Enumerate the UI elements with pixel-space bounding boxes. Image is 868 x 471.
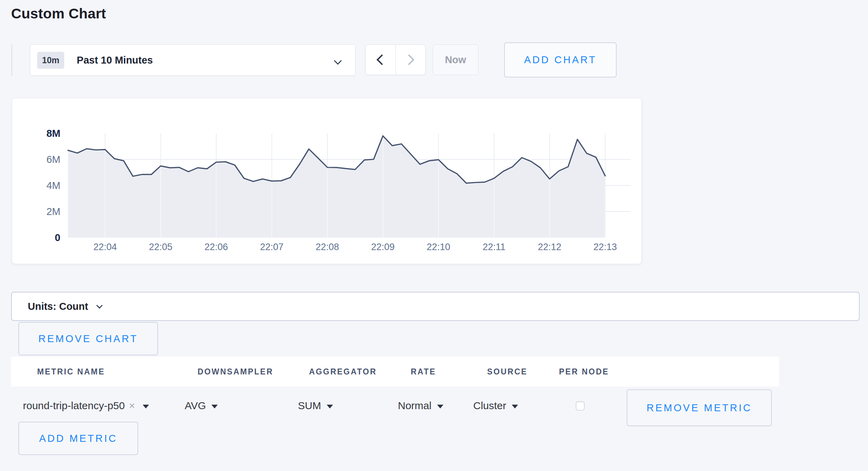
chart-card: 02M4M6M8M22:0422:0522:0622:0722:0822:092…	[12, 98, 642, 264]
time-nav-group	[365, 44, 426, 75]
metrics-table-header: METRIC NAME DOWNSAMPLER AGGREGATOR RATE …	[11, 357, 779, 387]
metric-name-value: round-trip-latency-p50	[23, 400, 125, 412]
chevron-down-icon	[334, 57, 342, 65]
svg-text:22:08: 22:08	[316, 242, 339, 252]
units-label: Units: Count	[28, 301, 88, 312]
rate-value: Normal	[398, 400, 432, 412]
dropdown-arrow-icon	[211, 405, 218, 408]
svg-text:22:10: 22:10	[427, 242, 450, 252]
aggregator-value: SUM	[298, 400, 321, 412]
source-value: Cluster	[473, 400, 506, 412]
metric-name-select[interactable]: round-trip-latency-p50 ×	[23, 387, 149, 425]
prev-time-button[interactable]	[366, 45, 395, 75]
column-header-per-node: PER NODE	[559, 357, 609, 387]
column-header-aggregator: AGGREGATOR	[309, 357, 377, 387]
dropdown-arrow-icon	[512, 405, 518, 408]
column-header-rate: RATE	[411, 357, 436, 387]
remove-chart-button[interactable]: REMOVE CHART	[18, 322, 158, 355]
svg-text:22:06: 22:06	[205, 242, 228, 252]
dropdown-arrow-icon	[327, 405, 333, 408]
time-range-label: Past 10 Minutes	[77, 55, 153, 66]
column-header-metric-name: METRIC NAME	[37, 357, 105, 387]
svg-text:22:09: 22:09	[371, 242, 395, 252]
svg-text:6M: 6M	[47, 154, 60, 165]
now-button[interactable]: Now	[433, 44, 478, 75]
page-title: Custom Chart	[11, 6, 106, 22]
downsampler-value: AVG	[185, 400, 206, 412]
time-range-badge: 10m	[37, 52, 64, 69]
dropdown-arrow-icon	[437, 405, 443, 408]
svg-text:22:05: 22:05	[149, 242, 173, 252]
add-metric-button[interactable]: ADD METRIC	[18, 422, 138, 455]
clear-metric-icon[interactable]: ×	[129, 400, 135, 412]
downsampler-select[interactable]: AVG	[185, 387, 218, 425]
chevron-down-icon	[96, 302, 102, 308]
svg-text:22:04: 22:04	[93, 242, 117, 252]
column-header-source: SOURCE	[487, 357, 527, 387]
remove-metric-button[interactable]: REMOVE METRIC	[627, 389, 772, 426]
svg-text:2M: 2M	[47, 206, 60, 217]
svg-text:0: 0	[55, 232, 60, 243]
svg-text:8M: 8M	[47, 128, 60, 139]
aggregator-select[interactable]: SUM	[298, 387, 333, 425]
time-range-dropdown[interactable]: 10m Past 10 Minutes	[30, 44, 356, 76]
dropdown-arrow-icon	[143, 405, 149, 408]
svg-text:22:12: 22:12	[538, 242, 561, 252]
column-header-downsampler: DOWNSAMPLER	[198, 357, 273, 387]
per-node-checkbox[interactable]	[576, 401, 585, 411]
svg-text:4M: 4M	[47, 180, 60, 191]
chevron-left-icon	[376, 54, 387, 65]
custom-chart-page: Custom Chart 10m Past 10 Minutes Now ADD…	[0, 0, 868, 471]
svg-text:22:07: 22:07	[260, 242, 284, 252]
add-chart-button[interactable]: ADD CHART	[504, 42, 617, 77]
latency-area-chart[interactable]: 02M4M6M8M22:0422:0522:0622:0722:0822:092…	[12, 98, 642, 264]
svg-text:22:13: 22:13	[593, 242, 617, 252]
next-time-button[interactable]	[395, 45, 426, 75]
rate-select[interactable]: Normal	[398, 387, 443, 425]
source-select[interactable]: Cluster	[473, 387, 518, 425]
svg-text:22:11: 22:11	[483, 242, 506, 252]
section-divider	[11, 44, 12, 76]
units-dropdown[interactable]: Units: Count	[11, 292, 860, 321]
chevron-right-icon	[404, 54, 415, 65]
